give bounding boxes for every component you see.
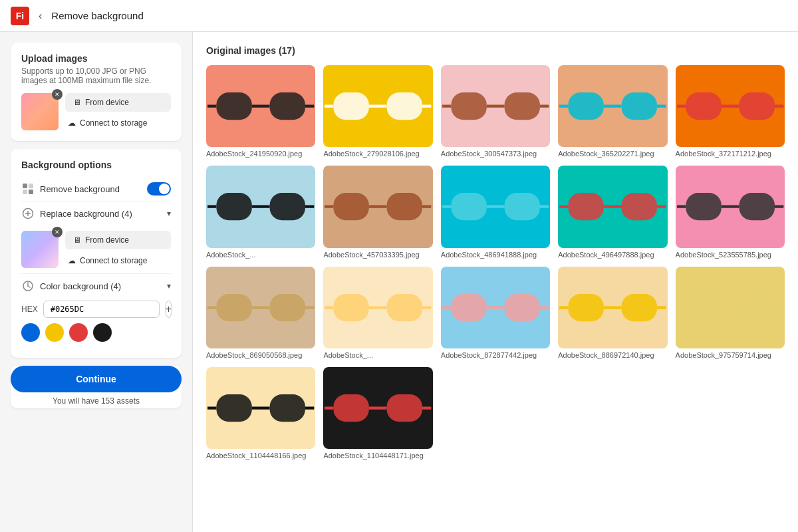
image-grid: AdobeStock_241950920.jpegAdobeStock_2790… — [206, 65, 785, 460]
image-item[interactable]: AdobeStock_1104448171.jpeg — [323, 367, 432, 460]
svg-rect-62 — [387, 294, 422, 321]
image-name: AdobeStock_... — [323, 351, 432, 359]
svg-rect-12 — [387, 92, 422, 120]
svg-rect-16 — [451, 92, 486, 120]
image-item[interactable]: AdobeStock_457033395.jpeg — [323, 166, 432, 258]
app-layout: Upload images Supports up to 10,000 JPG … — [0, 32, 798, 532]
color-bg-icon — [21, 279, 35, 293]
main-content: Original images (17) AdobeStock_24195092… — [193, 32, 798, 532]
upload-area: ✕ 🖥 From device ☁ Connect to storage — [21, 93, 171, 130]
replace-upload-buttons: 🖥 From device ☁ Connect to storage — [65, 231, 171, 268]
hex-input[interactable] — [43, 301, 160, 318]
image-item[interactable]: AdobeStock_886972140.jpeg — [558, 267, 667, 359]
from-device-button[interactable]: 🖥 From device — [65, 93, 171, 112]
sidebar: Upload images Supports up to 10,000 JPG … — [0, 32, 193, 532]
bg-options-title: Background options — [21, 160, 171, 170]
hex-label: HEX — [21, 305, 38, 314]
svg-rect-41 — [451, 193, 486, 220]
replace-bg-header: Replace background (4) ▾ — [21, 207, 171, 220]
color-bg-chevron[interactable]: ▾ — [167, 281, 171, 291]
image-item[interactable]: AdobeStock_... — [206, 166, 315, 258]
image-item[interactable]: AdobeStock_372171212.jpeg — [676, 65, 785, 158]
color-section: HEX + — [21, 301, 171, 342]
svg-rect-82 — [270, 394, 305, 422]
svg-rect-76 — [686, 294, 721, 321]
image-thumbnail — [441, 166, 550, 247]
app-header: Fi ‹ Remove background — [0, 0, 798, 32]
remove-upload-button[interactable]: ✕ — [52, 89, 63, 100]
svg-rect-57 — [270, 294, 305, 321]
cloud-icon: ☁ — [68, 118, 76, 128]
image-name: AdobeStock_279028106.jpeg — [323, 150, 432, 158]
remove-bg-toggle[interactable] — [147, 182, 171, 196]
svg-rect-2 — [23, 190, 27, 194]
image-item[interactable]: AdobeStock_1104448166.jpeg — [206, 367, 315, 460]
image-item[interactable]: AdobeStock_241950920.jpeg — [206, 65, 315, 158]
image-thumbnail — [206, 166, 315, 247]
replace-from-device-button[interactable]: 🖥 From device — [65, 231, 171, 249]
remove-bg-row: Remove background — [21, 177, 171, 201]
swatch-yellow[interactable] — [45, 323, 64, 342]
app-logo: Fi — [11, 7, 29, 25]
image-name: AdobeStock_496497888.jpeg — [558, 251, 667, 259]
image-thumbnail — [323, 166, 432, 247]
svg-rect-21 — [569, 92, 604, 120]
image-thumbnail — [206, 367, 315, 449]
svg-rect-22 — [622, 92, 657, 120]
image-name: AdobeStock_241950920.jpeg — [206, 150, 315, 158]
image-thumbnail — [323, 367, 432, 449]
image-thumbnail — [676, 166, 785, 247]
image-thumbnail — [441, 267, 550, 348]
replace-thumbnail: ✕ — [21, 231, 59, 268]
svg-rect-87 — [387, 394, 422, 422]
image-item[interactable]: AdobeStock_872877442.jpeg — [441, 267, 550, 359]
replace-connect-storage-button[interactable]: ☁ Connect to storage — [65, 253, 171, 268]
upload-thumbnail: ✕ — [21, 93, 59, 130]
continue-section: Continue You will have 153 assets — [11, 366, 182, 408]
svg-rect-3 — [29, 190, 33, 194]
swatch-blue[interactable] — [21, 323, 40, 342]
image-item[interactable]: AdobeStock_496497888.jpeg — [558, 166, 667, 258]
image-thumbnail — [441, 65, 550, 147]
svg-rect-0 — [23, 184, 27, 188]
svg-rect-86 — [334, 394, 369, 422]
image-item[interactable]: AdobeStock_869050568.jpeg — [206, 267, 315, 359]
svg-rect-6 — [216, 92, 251, 120]
image-item[interactable]: AdobeStock_300547373.jpeg — [441, 65, 550, 158]
add-color-button[interactable]: + — [165, 301, 172, 318]
remove-bg-label: Remove background — [40, 184, 142, 194]
replace-bg-chevron[interactable]: ▾ — [167, 209, 171, 218]
background-options-card: Background options Remove background Rep… — [11, 149, 182, 358]
monitor-icon: 🖥 — [73, 98, 81, 107]
svg-rect-72 — [622, 294, 657, 321]
back-button[interactable]: ‹ — [36, 7, 45, 25]
image-item[interactable]: AdobeStock_523555785.jpeg — [676, 166, 785, 258]
svg-rect-26 — [686, 92, 721, 120]
svg-rect-36 — [334, 193, 369, 220]
color-bg-header: Color background (4) ▾ — [21, 279, 171, 293]
image-item[interactable]: AdobeStock_... — [323, 267, 432, 359]
swatch-black[interactable] — [93, 323, 112, 342]
remove-replace-button[interactable]: ✕ — [52, 227, 63, 237]
replace-bg-icon — [21, 207, 35, 220]
monitor-icon-2: 🖥 — [73, 235, 81, 245]
svg-rect-66 — [451, 294, 486, 321]
image-thumbnail — [676, 65, 785, 147]
svg-rect-1 — [29, 184, 33, 188]
svg-rect-17 — [504, 92, 539, 120]
upload-title: Upload images — [21, 53, 171, 64]
swatch-red[interactable] — [69, 323, 88, 342]
image-name: AdobeStock_486941888.jpeg — [441, 251, 550, 259]
assets-note: You will have 153 assets — [11, 396, 182, 406]
image-item[interactable]: AdobeStock_975759714.jpeg — [676, 267, 785, 359]
image-item[interactable]: AdobeStock_486941888.jpeg — [441, 166, 550, 258]
replace-upload-area: ✕ 🖥 From device ☁ Connect to storage — [21, 231, 171, 268]
image-name: AdobeStock_365202271.jpeg — [558, 150, 667, 158]
svg-rect-56 — [216, 294, 251, 321]
image-item[interactable]: AdobeStock_365202271.jpeg — [558, 65, 667, 158]
svg-rect-32 — [270, 193, 305, 220]
continue-button[interactable]: Continue — [11, 366, 182, 392]
image-item[interactable]: AdobeStock_279028106.jpeg — [323, 65, 432, 158]
page-title: Remove background — [51, 10, 143, 21]
connect-storage-button[interactable]: ☁ Connect to storage — [65, 116, 171, 130]
